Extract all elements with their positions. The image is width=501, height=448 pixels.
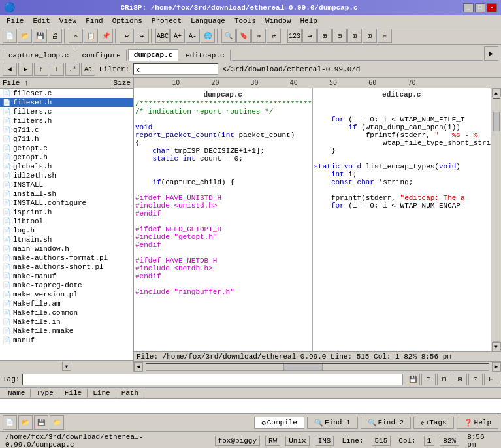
- file-list-scroll-down[interactable]: ▼: [62, 362, 71, 371]
- redo-button[interactable]: ↪: [135, 29, 149, 43]
- extra1-button[interactable]: ⊡: [363, 29, 377, 43]
- list-item[interactable]: 📄manuf: [0, 336, 133, 345]
- list-item[interactable]: 📄make-authors-short.pl: [0, 263, 133, 272]
- right-pane[interactable]: editcap.c for (i = 0; i < WTAP_NUM_FILE_…: [313, 88, 491, 351]
- list-item[interactable]: 📄g711.h: [0, 135, 133, 144]
- list-item[interactable]: 📄libtool: [0, 217, 133, 226]
- print-button[interactable]: 🖨: [48, 29, 62, 43]
- font-larger-button[interactable]: A+: [170, 29, 185, 43]
- menu-window[interactable]: Window: [261, 16, 295, 25]
- tag-save-button[interactable]: 💾: [406, 374, 420, 385]
- new-button[interactable]: 📄: [3, 29, 17, 43]
- menu-language[interactable]: Language: [187, 16, 229, 25]
- menu-edit[interactable]: Edit: [29, 16, 54, 25]
- indent-button[interactable]: ⇥: [302, 29, 317, 43]
- bookmark-button[interactable]: 🔖: [236, 29, 251, 43]
- tab-scroll-right[interactable]: ▶: [484, 46, 498, 61]
- list-item[interactable]: 📄make-tapreg-dotc: [0, 281, 133, 290]
- btm-save-button[interactable]: 💾: [34, 415, 48, 430]
- filter-input[interactable]: [133, 63, 218, 75]
- tab-help[interactable]: ❓ Help: [457, 417, 498, 429]
- scroll-right-button[interactable]: ►: [492, 362, 501, 372]
- tag-btn1[interactable]: ⊞: [421, 374, 436, 385]
- font-smaller-button[interactable]: A-: [186, 29, 200, 43]
- filter-text-button[interactable]: T: [50, 63, 64, 76]
- tab-tags[interactable]: 🏷 Tags: [413, 417, 453, 429]
- filter-up-button[interactable]: ↑: [34, 63, 48, 76]
- btm-folder-button[interactable]: 📁: [50, 415, 64, 430]
- extra2-button[interactable]: ⊢: [378, 29, 392, 43]
- window-controls[interactable]: _ □ ✕: [463, 3, 497, 12]
- tag-btn2[interactable]: ⊟: [437, 374, 451, 385]
- scroll-track[interactable]: [493, 98, 500, 342]
- goto-button[interactable]: ⇒: [251, 29, 266, 43]
- list-item[interactable]: 📄filters.c: [0, 107, 133, 116]
- list-item[interactable]: 📄getopt.c: [0, 144, 133, 153]
- list-item[interactable]: 📄INSTALL: [0, 180, 133, 189]
- tab-find2[interactable]: 🔍 Find 2: [361, 417, 412, 429]
- list-item[interactable]: 📄Makefile.in: [0, 317, 133, 327]
- list-item[interactable]: 📄isprint.h: [0, 208, 133, 217]
- open-button[interactable]: 📂: [18, 29, 32, 43]
- tab-find1[interactable]: 🔍 Find 1: [307, 417, 358, 429]
- list-item[interactable]: 📄install-sh: [0, 189, 133, 199]
- hscroll-thumb[interactable]: [283, 364, 323, 370]
- search-button[interactable]: 🔍: [221, 29, 236, 43]
- tab-editcap[interactable]: editcap.c: [180, 50, 230, 61]
- list-item[interactable]: 📄getopt.h: [0, 153, 133, 162]
- scroll-thumb[interactable]: [493, 112, 500, 131]
- filter-prev-button[interactable]: ◄: [3, 63, 17, 76]
- undo-button[interactable]: ↩: [120, 29, 134, 43]
- tag-btn3[interactable]: ⊠: [453, 374, 467, 385]
- list-item[interactable]: 📄make-manuf: [0, 272, 133, 281]
- list-item[interactable]: 📄Makefile.nmake: [0, 327, 133, 336]
- menu-project[interactable]: Project: [148, 16, 186, 25]
- list-item[interactable]: 📄fileset.h: [0, 98, 133, 107]
- menu-options[interactable]: Options: [108, 16, 146, 25]
- close-button[interactable]: ✕: [487, 3, 497, 12]
- save-button[interactable]: 💾: [33, 29, 47, 43]
- filter-next-button[interactable]: ►: [18, 63, 33, 76]
- menu-view[interactable]: View: [56, 16, 80, 25]
- web-button[interactable]: 🌐: [201, 29, 215, 43]
- scroll-up-button[interactable]: ▲: [492, 88, 501, 97]
- tab-dumpcap[interactable]: dumpcap.c: [128, 49, 178, 61]
- tab-compile[interactable]: ⚙ Compile: [254, 417, 304, 429]
- diff-button[interactable]: ⊟: [332, 29, 347, 43]
- tag-btn5[interactable]: ⊢: [484, 374, 498, 385]
- menu-file[interactable]: File: [3, 16, 27, 25]
- tag-btn4[interactable]: ⊡: [468, 374, 483, 385]
- list-item[interactable]: 📄main_window.h: [0, 244, 133, 253]
- list-item[interactable]: 📄g711.c: [0, 125, 133, 135]
- menu-help[interactable]: Help: [297, 16, 321, 25]
- list-item[interactable]: 📄Makefile.common: [0, 308, 133, 317]
- hscroll-track[interactable]: [146, 363, 489, 371]
- left-pane[interactable]: dumpcap.c /*****************************…: [134, 88, 313, 351]
- macro-button[interactable]: ⊞: [317, 29, 332, 43]
- list-item[interactable]: 📄log.h: [0, 226, 133, 235]
- list-item[interactable]: 📄filters.h: [0, 116, 133, 125]
- list-item[interactable]: 📄make-authors-format.pl: [0, 253, 133, 263]
- list-item[interactable]: 📄idl2eth.sh: [0, 171, 133, 180]
- minimize-button[interactable]: _: [463, 3, 474, 12]
- list-item[interactable]: 📄INSTALL.configure: [0, 199, 133, 208]
- copy-button[interactable]: 📋: [84, 29, 98, 43]
- list-item[interactable]: 📄fileset.c: [0, 89, 133, 98]
- tab-capture-loop[interactable]: capture_loop.c: [3, 50, 74, 61]
- paste-button[interactable]: 📌: [99, 29, 113, 43]
- scroll-left-button[interactable]: ◄: [134, 362, 143, 372]
- numpad-button[interactable]: 123: [287, 29, 302, 43]
- replace-button[interactable]: ⇄: [267, 29, 281, 43]
- list-item[interactable]: 📄ltmain.sh: [0, 235, 133, 244]
- btm-open-button[interactable]: 📂: [18, 415, 33, 430]
- scroll-down-button[interactable]: ▼: [492, 342, 501, 351]
- menu-tools[interactable]: Tools: [231, 16, 260, 25]
- spell-button[interactable]: ABC: [155, 29, 170, 43]
- maximize-button[interactable]: □: [475, 3, 485, 12]
- btm-new-button[interactable]: 📄: [3, 415, 17, 430]
- menu-find[interactable]: Find: [82, 16, 106, 25]
- list-item[interactable]: 📄globals.h: [0, 162, 133, 171]
- tag-input[interactable]: [22, 374, 403, 385]
- cut-button[interactable]: ✂: [69, 29, 83, 43]
- tab-configure[interactable]: configure: [76, 50, 126, 61]
